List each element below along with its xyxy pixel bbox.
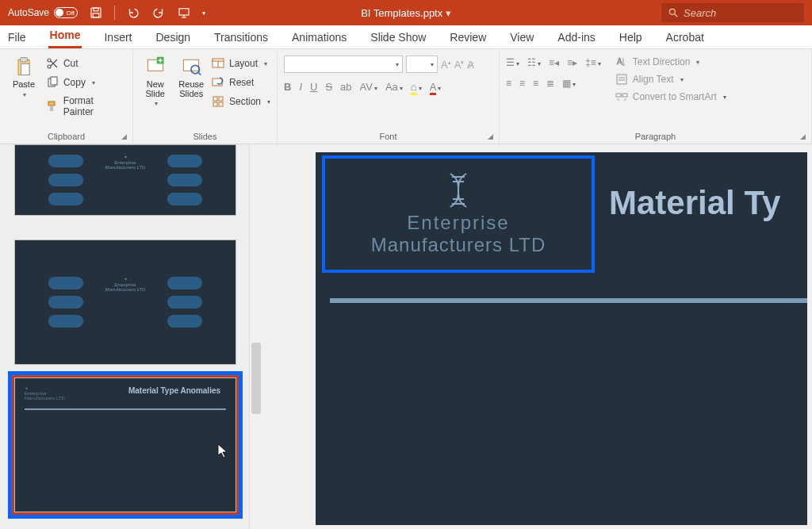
format-painter-button[interactable]: Format Painter (46, 94, 126, 119)
section-icon (212, 95, 224, 108)
workspace: ✦EnterpriseManufacturers LTD ✦Enterprise… (0, 144, 812, 529)
cut-button[interactable]: Cut (46, 56, 126, 71)
slide-thumbnail[interactable]: ✦EnterpriseManufacturers LTD (14, 240, 236, 365)
change-case-button[interactable]: Aa▾ (385, 81, 403, 93)
bullets-icon[interactable]: ☰▾ (506, 57, 519, 68)
svg-rect-38 (616, 94, 621, 97)
align-center-icon[interactable]: ≡ (519, 78, 525, 89)
company-logo-placeholder[interactable]: Enterprise Manufacturers LTD (322, 155, 595, 273)
tab-animations[interactable]: Animations (290, 27, 348, 48)
search-input[interactable] (684, 7, 812, 19)
svg-rect-39 (622, 94, 627, 97)
dialog-launcher-icon[interactable]: ◢ (121, 132, 131, 142)
new-slide-icon (144, 56, 167, 78)
redo-icon[interactable] (151, 6, 166, 20)
layout-icon (212, 57, 224, 70)
columns-icon[interactable]: ▦▾ (562, 78, 576, 89)
svg-rect-10 (21, 64, 29, 75)
scissors-icon (46, 57, 59, 70)
svg-rect-16 (51, 77, 57, 85)
tab-help[interactable]: Help (618, 27, 644, 48)
svg-rect-3 (179, 9, 189, 15)
tab-acrobat[interactable]: Acrobat (665, 27, 706, 48)
line-spacing-icon[interactable]: ‡≡▾ (585, 57, 601, 68)
highlight-button[interactable]: ⌂▾ (411, 81, 422, 93)
dialog-launcher-icon[interactable]: ◢ (800, 132, 810, 142)
svg-rect-17 (48, 102, 55, 105)
dialog-launcher-icon[interactable]: ◢ (488, 132, 497, 142)
align-text-button[interactable]: Align Text▾ (615, 73, 726, 86)
tab-slideshow[interactable]: Slide Show (369, 27, 427, 48)
font-family-combo[interactable]: ▾ (284, 56, 403, 73)
tab-insert[interactable]: Insert (102, 27, 133, 48)
group-slides: New Slide▾ Reuse Slides Layout▾ Reset (133, 49, 278, 144)
italic-button[interactable]: I (299, 81, 302, 93)
autosave-toggle[interactable]: AutoSave Off (8, 7, 78, 18)
tab-review[interactable]: Review (448, 27, 488, 48)
company-name-line2: Manufacturers LTD (371, 234, 546, 256)
copy-button[interactable]: Copy▾ (46, 75, 126, 90)
group-paragraph: ☰▾ ☷▾ ≡◂ ≡▸ ‡≡▾ ≡ ≡ ≡ ≣ ▦▾ A Text Direct (500, 49, 812, 144)
copy-icon (46, 76, 59, 89)
section-button[interactable]: Section▾ (212, 94, 270, 109)
underline-button[interactable]: U (310, 81, 317, 93)
present-icon[interactable] (177, 6, 191, 20)
reuse-slides-icon (180, 56, 202, 78)
align-left-icon[interactable]: ≡ (506, 78, 511, 89)
reuse-slides-button[interactable]: Reuse Slides (175, 52, 206, 98)
layout-button[interactable]: Layout▾ (212, 56, 270, 71)
char-spacing-button[interactable]: AV▾ (360, 81, 377, 93)
shadow-button[interactable]: ab (340, 81, 351, 93)
slide-canvas[interactable]: Enterprise Manufacturers LTD Material Ty (316, 152, 807, 525)
quick-access-toolbar: AutoSave Off ▾ (8, 6, 205, 20)
align-right-icon[interactable]: ≡ (533, 78, 538, 89)
tab-transitions[interactable]: Transitions (213, 27, 270, 48)
ribbon: Paste▾ Cut Copy▾ Format Painter Clipboar… (0, 49, 812, 144)
smartart-icon (615, 90, 628, 103)
increase-font-icon[interactable]: A▴ (441, 59, 451, 71)
svg-rect-9 (21, 58, 28, 62)
save-icon[interactable] (89, 6, 103, 20)
paste-button[interactable]: Paste▾ (6, 52, 41, 99)
increase-indent-icon[interactable]: ≡▸ (567, 57, 577, 68)
tab-home[interactable]: Home (48, 25, 82, 48)
thumb-slide-title: Material Type Anomalies (128, 386, 220, 395)
svg-rect-35 (617, 75, 626, 84)
reset-button[interactable]: Reset (212, 75, 270, 90)
reset-icon (212, 76, 224, 89)
svg-rect-29 (213, 79, 222, 86)
slide-title[interactable]: Material Ty (609, 184, 807, 222)
slide-editor[interactable]: Enterprise Manufacturers LTD Material Ty (262, 144, 812, 529)
tab-view[interactable]: View (508, 27, 535, 48)
justify-icon[interactable]: ≣ (546, 78, 554, 89)
thumbnails-scrollbar[interactable] (249, 144, 262, 529)
autosave-label: AutoSave (8, 7, 49, 18)
undo-icon[interactable] (126, 6, 140, 20)
text-direction-icon: A (615, 56, 628, 68)
text-direction-button[interactable]: A Text Direction▾ (615, 56, 726, 68)
svg-point-6 (669, 9, 675, 14)
document-title: BI Templates.pptx ▾ (361, 7, 451, 19)
tab-design[interactable]: Design (154, 27, 192, 48)
tab-file[interactable]: File (6, 27, 28, 48)
slide-thumbnail[interactable]: ✦EnterpriseManufacturers LTD (14, 144, 236, 216)
toggle-switch-icon[interactable]: Off (54, 7, 78, 18)
clear-formatting-icon[interactable]: A̷ (467, 59, 474, 71)
new-slide-button[interactable]: New Slide▾ (140, 52, 170, 107)
search-box[interactable] (661, 3, 804, 22)
convert-smartart-button[interactable]: Convert to SmartArt▾ (615, 90, 726, 103)
bold-button[interactable]: B (284, 81, 291, 93)
tab-addins[interactable]: Add-ins (556, 27, 596, 48)
strikethrough-button[interactable]: S (325, 81, 332, 93)
svg-rect-2 (93, 13, 99, 17)
decrease-indent-icon[interactable]: ≡◂ (549, 57, 559, 68)
decrease-font-icon[interactable]: A▾ (454, 59, 465, 71)
qat-customize-icon[interactable]: ▾ (202, 10, 205, 17)
svg-point-11 (48, 65, 51, 68)
group-label: Slides (140, 130, 270, 144)
slide-thumbnail-selected[interactable]: ✦EnterpriseManufacturers LTD Material Ty… (14, 378, 236, 512)
font-size-combo[interactable]: ▾ (406, 56, 438, 73)
numbering-icon[interactable]: ☷▾ (527, 57, 541, 68)
scrollbar-thumb[interactable] (251, 343, 261, 414)
font-color-button[interactable]: A▾ (430, 81, 442, 93)
